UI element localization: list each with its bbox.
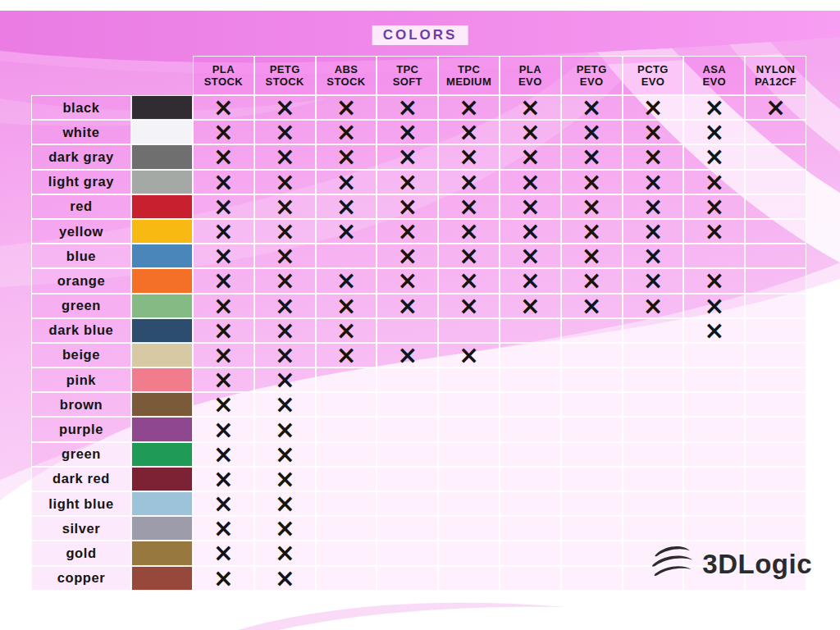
availability-cell [745,442,806,467]
availability-cell: × [438,194,500,219]
availability-cell [623,417,684,441]
header-spacer-swatch [131,56,193,95]
color-swatch-silver [131,516,193,541]
availability-cell: × [254,194,316,219]
availability-cell: × [254,467,316,491]
availability-cell: × [193,244,254,268]
availability-cell [623,442,684,467]
column-header-line: STOCK [204,75,243,88]
availability-cell [745,170,806,194]
availability-cell [438,566,500,591]
column-header-pla-evo: PLAEVO [500,56,561,95]
row-label-red: red [31,194,131,219]
row-label-yellow: yellow [31,219,131,244]
availability-cell: × [193,417,254,441]
availability-cell: × [193,219,254,244]
availability-cell: × [623,144,684,169]
column-header-line: NYLON [756,63,796,75]
color-swatch-dark-red [131,467,193,491]
availability-cell [623,467,684,491]
availability-cell [623,491,684,516]
availability-cell: × [316,170,377,194]
availability-cell [377,491,438,516]
row-label-pink: pink [31,368,131,392]
column-header-line: STOCK [326,75,365,88]
row-label-green: green [31,442,131,467]
row-label-purple: purple [31,417,131,441]
row-label-brown: brown [31,392,131,417]
availability-cell: × [683,95,745,120]
availability-cell: × [561,244,623,268]
availability-cell: × [193,442,254,467]
column-header-line: ASA [702,63,726,75]
availability-cell [683,467,745,491]
availability-cell [561,392,623,417]
availability-cell: × [438,219,500,244]
availability-cell: × [193,95,254,120]
color-swatch-pink [131,368,193,392]
color-availability-table: PLASTOCKPETGSTOCKABSSTOCKTPCSOFTTPCMEDIU… [31,56,806,591]
color-swatch-yellow [131,219,193,244]
availability-cell [683,392,745,417]
availability-cell: × [254,541,316,565]
availability-cell: × [254,491,316,516]
availability-cell: × [377,268,438,293]
availability-cell [377,368,438,392]
availability-cell [561,491,623,516]
column-header-nylon-pa12cf: NYLONPA12CF [745,56,806,95]
availability-cell [745,491,806,516]
row-label-dark-gray: dark gray [31,144,131,169]
availability-cell: × [193,491,254,516]
availability-cell: × [254,268,316,293]
row-label-black: black [31,95,131,120]
availability-cell: × [254,95,316,120]
availability-cell: × [438,343,500,368]
column-header-tpc-medium: TPCMEDIUM [438,56,500,95]
brand-logo: 3DLogic [649,543,812,584]
availability-cell: × [316,95,377,120]
availability-cell [438,318,500,343]
availability-cell: × [254,368,316,392]
availability-cell: × [561,120,623,144]
page-title: COLORS [372,25,468,45]
availability-cell: × [500,268,561,293]
availability-cell [500,392,561,417]
column-header-petg-evo: PETGEVO [561,56,623,95]
availability-cell [745,343,806,368]
availability-cell: × [500,144,561,169]
availability-cell: × [438,294,500,318]
availability-cell: × [623,95,684,120]
availability-cell [438,417,500,441]
availability-cell: × [561,194,623,219]
availability-cell [561,417,623,441]
availability-cell [623,368,684,392]
availability-cell [500,566,561,591]
availability-cell [377,392,438,417]
availability-cell: × [561,170,623,194]
color-swatch-dark-blue [131,318,193,343]
availability-cell: × [377,144,438,169]
3dlogic-swoosh-icon [649,543,695,584]
availability-cell: × [561,95,623,120]
availability-cell [316,442,377,467]
availability-cell: × [254,442,316,467]
availability-cell: × [438,144,500,169]
availability-cell: × [683,318,745,343]
availability-cell: × [561,268,623,293]
column-header-line: TPC [396,63,418,75]
colors-chart-page: COLORS PLASTOCKPETGSTOCKABSSTOCKTPCSOFTT… [0,0,840,630]
availability-cell: × [377,219,438,244]
availability-cell [745,417,806,441]
availability-cell [745,120,806,144]
availability-cell [500,541,561,565]
availability-cell [377,467,438,491]
availability-cell: × [316,194,377,219]
color-swatch-blue [131,244,193,268]
column-header-asa-evo: ASAEVO [683,56,745,95]
availability-cell [623,392,684,417]
availability-cell [438,392,500,417]
availability-cell [561,566,623,591]
color-swatch-green [131,442,193,467]
availability-cell [683,244,745,268]
column-header-line: PETG [270,63,300,75]
